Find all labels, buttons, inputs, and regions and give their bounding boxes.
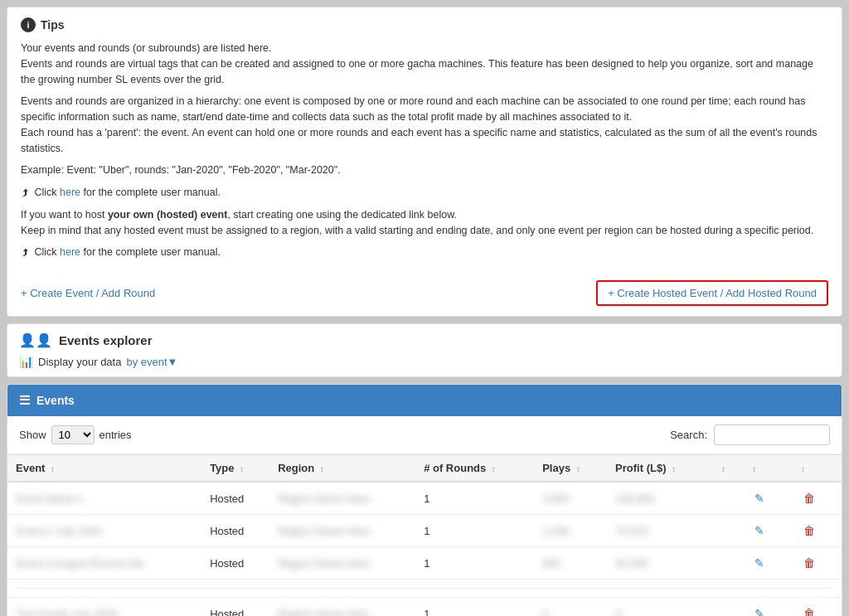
tip-p2: Events and rounds are organized in a hie… (21, 94, 828, 156)
display-row: 📊 Display your data by event▼ (19, 355, 830, 368)
col-type: Type ↕ (201, 455, 269, 483)
tips-section: i Tips Your events and rounds (or subrou… (7, 7, 842, 317)
event-type: Hosted (201, 547, 269, 580)
display-by-event-link[interactable]: by event▼ (126, 356, 177, 368)
chart-icon: 📊 (19, 355, 33, 368)
event-plays: 1,400 (534, 515, 607, 547)
col-region: Region ↕ (269, 455, 415, 483)
tip-p4: ⮭ Click here for the complete user manua… (21, 185, 828, 201)
event-empty (711, 598, 742, 617)
entries-select[interactable]: 10 25 50 100 (51, 425, 95, 444)
table-divider (7, 580, 842, 598)
edit-button[interactable]: ✎ (750, 554, 769, 572)
event-name-link[interactable]: Event Name 1 (16, 492, 84, 505)
tip-p3: Example: Event: "Uber", rounds: "Jan-202… (21, 162, 828, 178)
table-head: Event ↕ Type ↕ Region ↕ # of Rounds ↕ Pl… (7, 455, 842, 483)
delete-button[interactable]: 🗑 (798, 604, 820, 616)
delete-button[interactable]: 🗑 (798, 554, 820, 572)
event-plays: 0 (534, 598, 607, 617)
col-event: Event ↕ (7, 455, 201, 483)
event-profit: 100,000 (607, 482, 711, 515)
show-entries: Show 10 25 50 100 entries (19, 425, 132, 444)
edit-button[interactable]: ✎ (750, 489, 769, 507)
event-rounds: 1 (415, 547, 534, 580)
event-profit: 30,000 (607, 547, 711, 580)
events-title: Events (36, 394, 75, 407)
search-box: Search: (670, 424, 830, 445)
entries-label: entries (99, 429, 132, 441)
tip-p1: Your events and rounds (or subrounds) ar… (21, 41, 828, 87)
edit-button[interactable]: ✎ (750, 521, 769, 540)
table-row: Event Name 1HostedRegion Name Here12,000… (7, 482, 842, 515)
col-action2: ↕ (741, 455, 790, 483)
event-profit: 0 (607, 598, 711, 617)
here-link-1[interactable]: here (60, 187, 80, 198)
explorer-icon: 👤👤 (19, 332, 52, 348)
tip-p6: ⮭ Click here for the complete user manua… (21, 245, 828, 260)
edit-button[interactable]: ✎ (750, 604, 769, 616)
event-region: Region Name here (269, 598, 415, 617)
event-name-link[interactable]: The Fourth July 2020 (16, 608, 118, 617)
event-empty (711, 547, 742, 580)
event-type: Hosted (201, 598, 269, 617)
col-action3: ↕ (790, 455, 842, 483)
event-region: Region Name Here (269, 482, 415, 515)
explorer-header: 👤👤 Events explorer (19, 332, 830, 348)
table-controls: Show 10 25 50 100 entries Search: (7, 416, 842, 454)
event-empty (711, 515, 742, 547)
tips-body: Your events and rounds (or subrounds) ar… (21, 41, 828, 260)
event-region: Region Name Here (269, 515, 415, 547)
table-row: The Fourth July 2020HostedRegion Name he… (7, 598, 842, 617)
event-type: Hosted (201, 482, 269, 515)
search-input[interactable] (714, 424, 830, 445)
tip-p5: If you want to host your own (hosted) ev… (21, 207, 828, 239)
page-wrapper: i Tips Your events and rounds (or subrou… (0, 0, 849, 616)
event-profit: 75,010 (607, 515, 711, 547)
tips-title: Tips (41, 18, 65, 32)
event-name-link[interactable]: Event 2 July 2020 (16, 525, 101, 537)
event-rounds: 1 (415, 515, 534, 547)
filter-icon: ☰ (19, 393, 30, 408)
event-rounds: 1 (415, 598, 534, 617)
display-label: Display your data (38, 356, 121, 368)
explorer-title: Events explorer (59, 333, 153, 347)
delete-button[interactable]: 🗑 (798, 489, 820, 507)
info-icon: i (21, 17, 36, 32)
events-section: ☰ Events Show 10 25 50 100 entries Searc… (7, 384, 842, 616)
table-row: Event 3 August Round InfoHostedRegion Na… (7, 547, 842, 580)
event-empty (711, 482, 742, 515)
table-header-row: Event ↕ Type ↕ Region ↕ # of Rounds ↕ Pl… (7, 455, 842, 483)
event-rounds: 1 (415, 482, 534, 515)
col-action1: ↕ (711, 455, 742, 483)
events-explorer-section: 👤👤 Events explorer 📊 Display your data b… (7, 323, 842, 377)
events-table: Event ↕ Type ↕ Region ↕ # of Rounds ↕ Pl… (7, 454, 842, 616)
show-label: Show (19, 429, 46, 441)
event-name-link[interactable]: Event 3 August Round Info (16, 557, 144, 570)
event-region: Region Name Here (269, 547, 415, 580)
here-link-2[interactable]: here (60, 246, 80, 258)
event-plays: 2,000 (534, 482, 607, 515)
events-table-header: ☰ Events (7, 385, 842, 416)
table-body: Event Name 1HostedRegion Name Here12,000… (7, 482, 842, 616)
delete-button[interactable]: 🗑 (798, 521, 820, 540)
search-label: Search: (670, 429, 707, 441)
table-row: Event 2 July 2020HostedRegion Name Here1… (7, 515, 842, 547)
tips-header: i Tips (21, 17, 828, 32)
col-plays: Plays ↕ (534, 455, 607, 483)
create-event-button[interactable]: + Create Event / Add Round (21, 287, 155, 299)
event-type: Hosted (201, 515, 269, 547)
tips-actions: + Create Event / Add Round + Create Host… (21, 272, 828, 306)
col-profit: Profit (L$) ↕ (607, 455, 711, 483)
event-plays: 600 (534, 547, 607, 580)
create-hosted-event-button[interactable]: + Create Hosted Event / Add Hosted Round (596, 280, 828, 306)
col-rounds: # of Rounds ↕ (415, 455, 534, 483)
